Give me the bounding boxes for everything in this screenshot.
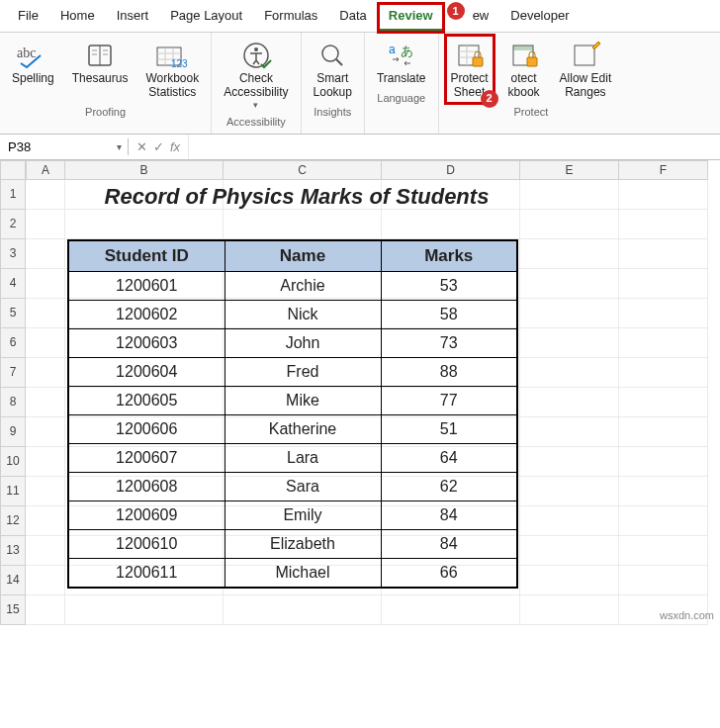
cell[interactable] (520, 328, 619, 358)
table-cell[interactable]: Emily (225, 500, 381, 529)
cell[interactable] (520, 210, 619, 239)
cell[interactable] (619, 358, 708, 388)
cell[interactable] (619, 299, 708, 328)
table-cell[interactable]: Elizabeth (225, 529, 381, 558)
cell[interactable] (520, 506, 619, 536)
table-cell[interactable]: Sara (225, 472, 381, 500)
row-header[interactable]: 4 (0, 269, 26, 299)
cell[interactable] (619, 566, 708, 595)
cell[interactable] (26, 210, 65, 239)
cell[interactable] (619, 269, 708, 299)
table-cell[interactable]: John (225, 328, 381, 357)
cell[interactable] (619, 388, 708, 417)
cell[interactable] (520, 447, 619, 477)
cell[interactable] (65, 595, 224, 625)
tab-developer[interactable]: Developer (500, 4, 579, 32)
cell[interactable] (520, 299, 619, 328)
name-box[interactable]: ▾ (0, 138, 129, 155)
table-cell[interactable]: 1200606 (68, 414, 225, 443)
tab-insert[interactable]: Insert (107, 4, 159, 32)
row-header[interactable]: 3 (0, 239, 26, 269)
smart-lookup-button[interactable]: Smart Lookup (308, 35, 358, 104)
cancel-icon[interactable]: ✕ (136, 139, 147, 154)
cell[interactable] (26, 566, 65, 595)
row-header[interactable]: 12 (0, 506, 26, 536)
cell[interactable] (520, 566, 619, 595)
table-cell[interactable]: 1200611 (68, 558, 225, 588)
table-cell[interactable]: 66 (381, 558, 517, 588)
formula-input[interactable] (188, 135, 720, 159)
table-cell[interactable]: Fred (225, 357, 381, 386)
table-cell[interactable]: 1200603 (68, 328, 225, 357)
table-cell[interactable]: Michael (225, 558, 381, 588)
cell[interactable] (224, 595, 382, 625)
cell[interactable] (619, 417, 708, 447)
row-header[interactable]: 7 (0, 358, 26, 388)
cell[interactable] (65, 210, 224, 239)
cell[interactable] (619, 536, 708, 566)
row-header[interactable]: 1 (0, 180, 26, 210)
table-cell[interactable]: 77 (381, 386, 517, 414)
cell[interactable] (520, 180, 619, 210)
table-cell[interactable]: 88 (381, 357, 517, 386)
row-header[interactable]: 9 (0, 417, 26, 447)
table-cell[interactable]: Katherine (225, 414, 381, 443)
row-header[interactable]: 15 (0, 595, 26, 625)
table-cell[interactable]: Archie (225, 271, 381, 300)
cell[interactable] (520, 269, 619, 299)
cell[interactable] (26, 328, 65, 358)
cell[interactable] (619, 180, 708, 210)
allow-edit-ranges-button[interactable]: Allow Edit Ranges (554, 35, 618, 104)
table-cell[interactable]: Lara (225, 443, 381, 472)
cell[interactable] (619, 477, 708, 506)
row-header[interactable]: 2 (0, 210, 26, 239)
table-cell[interactable]: 53 (381, 271, 517, 300)
tab-page-layout[interactable]: Page Layout (160, 4, 252, 32)
fx-icon[interactable]: fx (170, 139, 180, 154)
tab-view[interactable]: ew (463, 4, 499, 32)
col-header-b[interactable]: B (65, 160, 224, 180)
cell[interactable] (26, 180, 65, 210)
table-cell[interactable]: 58 (381, 300, 517, 328)
cell[interactable] (26, 536, 65, 566)
col-header-d[interactable]: D (382, 160, 520, 180)
table-cell[interactable]: 1200604 (68, 357, 225, 386)
cell[interactable] (26, 269, 65, 299)
workbook-stats-button[interactable]: 123 Workbook Statistics (139, 35, 205, 104)
thesaurus-button[interactable]: Thesaurus (66, 35, 135, 104)
cell[interactable] (26, 447, 65, 477)
table-cell[interactable]: 84 (381, 529, 517, 558)
col-header-f[interactable]: F (619, 160, 708, 180)
row-header[interactable]: 10 (0, 447, 26, 477)
cell[interactable] (26, 388, 65, 417)
col-header-c[interactable]: C (224, 160, 382, 180)
cell[interactable] (382, 210, 520, 239)
cell[interactable] (520, 388, 619, 417)
table-cell[interactable]: 73 (381, 328, 517, 357)
name-box-input[interactable] (6, 138, 85, 155)
chevron-down-icon[interactable]: ▾ (117, 141, 122, 152)
col-header-e[interactable]: E (520, 160, 619, 180)
confirm-icon[interactable]: ✓ (153, 139, 164, 154)
table-cell[interactable]: 1200601 (68, 271, 225, 300)
protect-sheet-button[interactable]: Protect Sheet 2 (445, 35, 495, 104)
row-header[interactable]: 5 (0, 299, 26, 328)
select-all-cell[interactable] (0, 160, 26, 180)
row-header[interactable]: 11 (0, 477, 26, 506)
table-cell[interactable]: 62 (381, 472, 517, 500)
cell[interactable] (520, 358, 619, 388)
cell[interactable] (26, 358, 65, 388)
cell[interactable] (619, 210, 708, 239)
tab-review[interactable]: Review 1 (379, 4, 443, 32)
table-cell[interactable]: 1200609 (68, 500, 225, 529)
cell[interactable] (520, 417, 619, 447)
cell[interactable] (26, 506, 65, 536)
check-accessibility-button[interactable]: Check Accessibility ▾ (218, 35, 294, 114)
cell[interactable] (26, 477, 65, 506)
cell[interactable] (619, 328, 708, 358)
tab-formulas[interactable]: Formulas (254, 4, 327, 32)
table-cell[interactable]: 51 (381, 414, 517, 443)
col-header-a[interactable]: A (26, 160, 65, 180)
tab-data[interactable]: Data (329, 4, 376, 32)
table-cell[interactable]: 64 (381, 443, 517, 472)
